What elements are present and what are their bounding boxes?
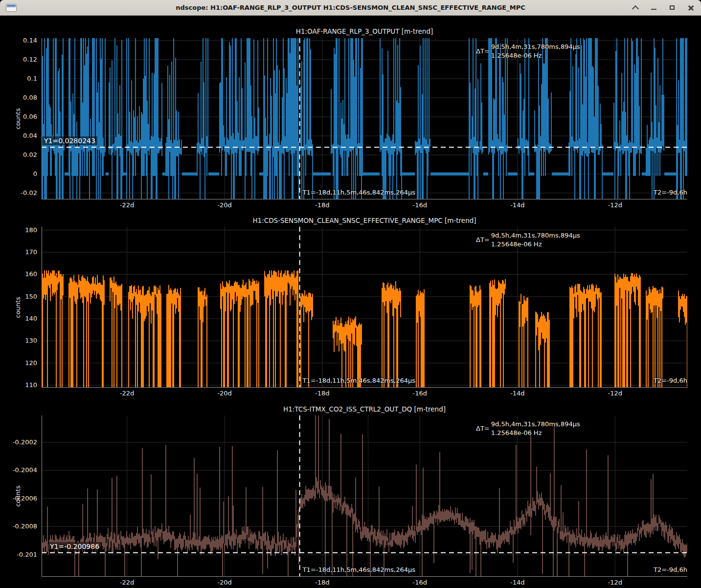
delta-t-annotation: ΔT= 9d,5h,4m,31s,780ms,894µs 1.25648e-06… [476,420,580,436]
plot-canvas[interactable] [42,415,687,577]
x-tick-label: -12d [598,390,632,397]
y-tick-label: -0.2008 [5,522,37,531]
x-tick-label: -14d [500,390,535,397]
y-tick-label: 0.06 [5,112,37,121]
t2-cursor-label[interactable]: T2=-9d,6h [654,189,687,196]
delta-t-frequency: 1.25648e-06 Hz [491,429,580,436]
t2-cursor-label[interactable]: T2=-9d,6h [654,377,687,384]
delta-t-frequency: 1.25648e-06 Hz [491,52,580,59]
x-tick-label: -20d [207,202,242,209]
trace [42,270,687,388]
y-tick-label: -0.201 [5,550,37,559]
maximize-button[interactable] [669,4,677,12]
delta-t-prefix: ΔT= [476,236,490,243]
x-tick-label: -20d [207,579,242,586]
y-tick-label: -0.2002 [5,438,37,447]
y1-cursor-label[interactable]: Y1=-0.200986 [48,542,101,551]
x-tick-label: -20d [207,390,242,397]
y-tick-label: 0.14 [5,36,37,45]
t1-cursor-label[interactable]: T1=-18d,11h,5m,46s,842ms,264µs [303,566,415,573]
plot-canvas[interactable] [42,227,687,388]
y-tick-label: 110 [5,381,37,390]
y-tick-label: 120 [5,359,37,368]
y-tick-label: 0.08 [5,93,37,102]
x-tick-label: -14d [500,579,535,586]
t1-cursor-label[interactable]: T1=-18d,11h,5m,46s,842ms,264µs [303,377,415,384]
x-tick-label: -16d [403,579,437,586]
y-tick-label: 0.04 [5,131,37,140]
plot-canvas[interactable] [42,38,687,199]
y-tick-label: -0.02 [5,189,37,197]
x-tick-label: -22d [110,202,144,209]
maximize-icon [670,5,675,10]
delta-t-duration: 9d,5h,4m,31s,780ms,894µs [491,232,580,239]
plot-title: H1:OAF-RANGE_RLP_3_OUTPUT [m-trend] [42,27,687,35]
titlebar[interactable]: ndscope: H1:OAF-RANGE_RLP_3_OUTPUT H1:CD… [0,0,701,16]
delta-t-annotation: ΔT= 9d,5h,4m,31s,780ms,894µs 1.25648e-06… [476,43,580,59]
x-tick-label: -16d [403,202,437,209]
delta-t-prefix: ΔT= [476,47,490,55]
x-tick-label: -18d [305,202,339,209]
t2-cursor-label[interactable]: T2=-9d,6h [654,566,687,573]
plot-title: H1:TCS-ITMX_CO2_ISS_CTRL2_OUT_DQ [m-tren… [42,405,687,413]
shade-icon [632,5,639,12]
plot-panel-oaf-range: H1:OAF-RANGE_RLP_3_OUTPUT [m-trend] coun… [0,16,701,214]
y-tick-label: -0.2004 [5,466,37,475]
delta-t-duration: 9d,5h,4m,31s,780ms,894µs [491,420,580,428]
trace [42,38,687,199]
ndscope-window: ndscope: H1:OAF-RANGE_RLP_3_OUTPUT H1:CD… [0,0,701,588]
x-tick-label: -12d [598,202,632,209]
y-tick-label: 0 [5,170,37,178]
y1-cursor-label[interactable]: Y1=0.0280243 [42,136,97,145]
x-tick-label: -18d [305,579,339,586]
x-tick-label: -12d [598,579,632,586]
plot-title: H1:CDS-SENSMON_CLEAN_SNSC_EFFECTIVE_RANG… [42,217,687,224]
y-tick-label: 130 [5,336,37,345]
window-title: ndscope: H1:OAF-RANGE_RLP_3_OUTPUT H1:CD… [0,4,701,11]
y-tick-label: 0.1 [5,74,37,83]
x-tick-label: -18d [305,390,339,397]
minimize-button[interactable] [650,4,658,12]
window-controls [632,4,695,12]
plot-panel-tcs-iss: H1:TCS-ITMX_CO2_ISS_CTRL2_OUT_DQ [m-tren… [0,403,701,588]
y-tick-label: 0.12 [5,55,37,64]
y-tick-label: 180 [5,226,37,235]
plot-panel-sensmon-range: H1:CDS-SENSMON_CLEAN_SNSC_EFFECTIVE_RANG… [0,214,701,403]
delta-t-prefix: ΔT= [476,425,490,432]
shade-button[interactable] [632,4,639,12]
y-tick-label: 160 [5,270,37,279]
delta-t-frequency: 1.25648e-06 Hz [491,240,580,248]
y-tick-label: 170 [5,248,37,257]
y-tick-label: 150 [5,292,37,301]
delta-t-duration: 9d,5h,4m,31s,780ms,894µs [491,43,580,50]
t1-cursor-label[interactable]: T1=-18d,11h,5m,46s,842ms,264µs [303,189,415,196]
y-tick-label: 0.02 [5,151,37,159]
x-tick-label: -22d [110,390,144,397]
x-tick-label: -14d [500,202,535,209]
y-tick-label: 140 [5,314,37,323]
window-icon [6,4,17,12]
minimize-icon [651,9,656,10]
x-tick-label: -22d [110,579,144,586]
x-tick-label: -16d [403,390,437,397]
close-button[interactable] [687,4,695,12]
delta-t-annotation: ΔT= 9d,5h,4m,31s,780ms,894µs 1.25648e-06… [476,232,580,248]
y-tick-label: -0.2006 [5,494,37,503]
